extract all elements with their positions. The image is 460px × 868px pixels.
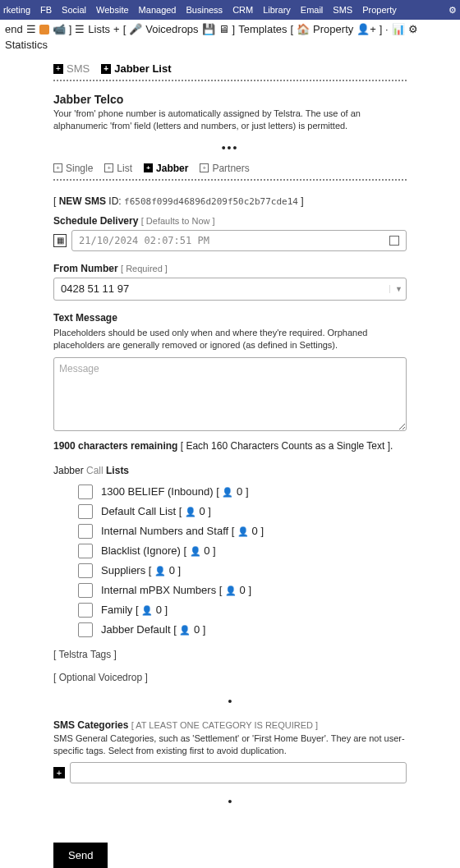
checkbox[interactable] — [78, 622, 93, 637]
optional-voicedrop-toggle[interactable]: [ Optional Voicedrop ] — [53, 672, 407, 683]
message-textarea[interactable] — [53, 357, 407, 431]
calendar-icon[interactable]: ▦ — [53, 234, 67, 247]
toolbar-lists[interactable]: Lists — [88, 23, 110, 35]
disk-icon[interactable]: 💾 — [202, 23, 215, 35]
person-plus-icon[interactable]: 👤+ — [356, 23, 376, 35]
camera-icon[interactable]: 📹 — [53, 23, 66, 35]
person-icon: 👤 — [141, 605, 153, 615]
call-list-item[interactable]: Default Call List [ 👤 0 ] — [78, 504, 407, 519]
category-input[interactable] — [70, 762, 407, 783]
from-number-select[interactable]: 0428 51 11 97 ▼ — [53, 278, 407, 301]
plus-icon: + — [101, 64, 111, 74]
nav-item[interactable]: Social — [62, 5, 86, 15]
plus-icon[interactable]: + — [113, 23, 120, 35]
separator: [ — [123, 23, 126, 35]
chart-icon[interactable]: 📊 — [392, 23, 405, 35]
separator: ] — [232, 23, 236, 35]
tab-label: SMS — [67, 62, 90, 75]
schedule-datetime-input[interactable]: 21/10/2024 02:07:51 PM — [71, 230, 407, 251]
from-number-value: 0428 51 11 97 — [61, 282, 129, 295]
call-list-item[interactable]: Internal mPBX Numbers [ 👤 0 ] — [78, 583, 407, 598]
checkbox[interactable] — [78, 504, 93, 519]
dot-separator: • — [53, 695, 407, 708]
top-nav: rketing FB Social Website Managed Busine… — [0, 0, 460, 20]
nav-item[interactable]: Website — [96, 5, 129, 15]
checkbox[interactable] — [78, 524, 93, 539]
call-list-name: Blacklist (Ignore) [ 👤 0 ] — [101, 544, 216, 557]
person-icon: 👤 — [190, 546, 201, 556]
separator: ] — [69, 23, 72, 35]
mic-icon[interactable]: 🎤 — [129, 23, 142, 35]
call-list-item[interactable]: Jabber Default [ 👤 0 ] — [78, 622, 407, 637]
telco-title: Jabber Telco — [53, 93, 407, 106]
device-icon[interactable]: 🖥 — [218, 23, 229, 35]
char-remaining: 1900 characters remaining [ Each 160 Cha… — [53, 440, 407, 452]
sub-tabs: +Single +List +Jabber +Partners — [53, 163, 407, 174]
nav-item[interactable]: Property — [362, 5, 397, 15]
subtab-list[interactable]: +List — [104, 163, 132, 174]
categories-label: SMS Categories [ AT LEAST ONE CATEGORY I… — [53, 719, 407, 731]
toolbar-templates[interactable]: Templates — [238, 23, 287, 35]
send-button[interactable]: Send — [53, 843, 108, 868]
gear-icon[interactable]: ⚙ — [448, 5, 457, 16]
nav-item[interactable]: Managed — [139, 5, 177, 15]
nav-item[interactable]: rketing — [3, 5, 30, 15]
call-list-name: Family [ 👤 0 ] — [101, 604, 168, 616]
checkbox[interactable] — [78, 563, 93, 578]
nav-item[interactable]: CRM — [232, 5, 253, 15]
expand-icon: + — [200, 163, 209, 172]
tab-sms[interactable]: + SMS — [53, 62, 90, 75]
expand-icon: + — [144, 163, 153, 172]
calendar-picker-icon[interactable] — [389, 236, 399, 246]
person-icon: 👤 — [154, 566, 166, 576]
list-icon[interactable]: ☰ — [75, 23, 85, 35]
divider — [53, 179, 407, 181]
call-list-name: Jabber Default [ 👤 0 ] — [101, 623, 205, 636]
call-list-item[interactable]: Suppliers [ 👤 0 ] — [78, 563, 407, 578]
telstra-tags-toggle[interactable]: [ Telstra Tags ] — [53, 649, 407, 660]
list-icon[interactable]: ☰ — [26, 23, 36, 35]
call-list-name: Default Call List [ 👤 0 ] — [101, 505, 211, 517]
call-list-name: Internal Numbers and Staff [ 👤 0 ] — [101, 525, 264, 537]
orange-icon[interactable] — [39, 25, 49, 34]
telco-desc: Your 'from' phone number is automaticall… — [53, 108, 407, 133]
subtab-single[interactable]: +Single — [53, 163, 93, 174]
nav-item[interactable]: Business — [186, 5, 223, 15]
checkbox[interactable] — [78, 485, 93, 499]
message-help: Placeholders should be used only when an… — [53, 327, 407, 352]
plus-icon: + — [53, 64, 63, 74]
datetime-value: 21/10/2024 02:07:51 PM — [79, 235, 209, 246]
toolbar-voicedrops[interactable]: Voicedrops — [145, 23, 198, 35]
from-label: From Number [ Required ] — [53, 263, 407, 274]
message-label: Text Message — [53, 312, 407, 324]
secondary-toolbar: end ☰ 📹 ] ☰ Lists + [ 🎤 Voicedrops 💾 🖥 ]… — [0, 20, 460, 54]
call-list-name: 1300 BELIEF (Inbound) [ 👤 0 ] — [101, 485, 249, 498]
ellipsis-icon[interactable]: ••• — [53, 141, 407, 154]
tab-jabber-list[interactable]: + Jabber List — [101, 62, 171, 75]
call-list-item[interactable]: 1300 BELIEF (Inbound) [ 👤 0 ] — [78, 485, 407, 499]
call-lists-title: Jabber Call Lists — [53, 465, 407, 476]
call-list-item[interactable]: Blacklist (Ignore) [ 👤 0 ] — [78, 544, 407, 558]
separator: [ — [290, 23, 293, 35]
categories-help: SMS General Categories, such as 'Settlem… — [53, 733, 407, 758]
expand-icon: + — [53, 163, 62, 172]
checkbox[interactable] — [78, 544, 93, 558]
nav-item[interactable]: SMS — [333, 5, 352, 15]
add-category-button[interactable]: + — [53, 767, 65, 778]
toolbar-end[interactable]: end — [5, 23, 23, 35]
nav-item[interactable]: Library — [263, 5, 291, 15]
subtab-jabber[interactable]: +Jabber — [144, 163, 188, 174]
nav-item[interactable]: Email — [301, 5, 324, 15]
call-list-item[interactable]: Internal Numbers and Staff [ 👤 0 ] — [78, 524, 407, 539]
toolbar-property[interactable]: Property — [313, 23, 353, 35]
home-icon[interactable]: 🏠 — [297, 23, 310, 35]
checkbox[interactable] — [78, 583, 93, 598]
checkbox[interactable] — [78, 603, 93, 618]
gear-icon[interactable]: ⚙ — [408, 23, 418, 35]
person-icon: 👤 — [185, 507, 196, 517]
subtab-partners[interactable]: +Partners — [200, 163, 249, 174]
call-list-item[interactable]: Family [ 👤 0 ] — [78, 603, 407, 618]
nav-item[interactable]: FB — [40, 5, 52, 15]
dot-separator: • — [53, 795, 407, 808]
toolbar-statistics[interactable]: Statistics — [5, 39, 48, 51]
